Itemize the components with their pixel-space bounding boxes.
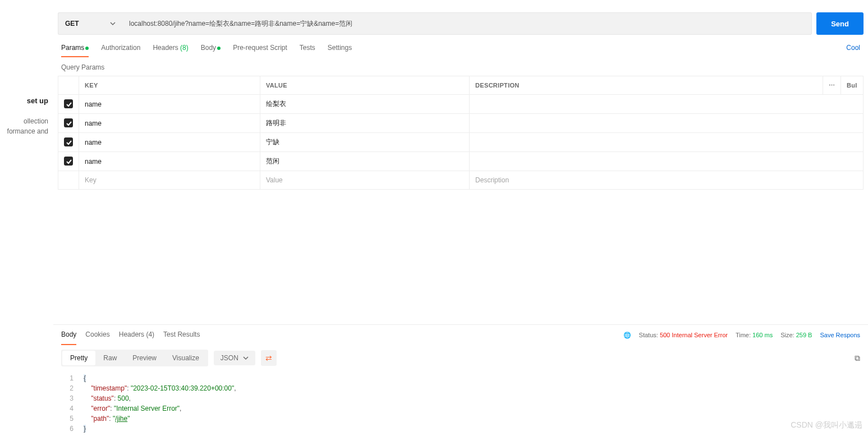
send-button[interactable]: Send <box>816 12 864 35</box>
resp-tab-tests[interactable]: Test Results <box>163 325 200 345</box>
param-desc-placeholder[interactable]: Description <box>470 171 864 190</box>
checkbox[interactable] <box>64 157 73 166</box>
tab-tests[interactable]: Tests <box>300 39 315 57</box>
tab-headers[interactable]: Headers (8) <box>153 39 188 57</box>
view-preview[interactable]: Preview <box>125 351 164 365</box>
param-desc[interactable] <box>470 114 864 133</box>
param-key[interactable]: name <box>79 152 260 171</box>
table-row: name绘梨衣 <box>58 95 864 114</box>
table-row: name路明非 <box>58 114 864 133</box>
sidebar-desc2: formance and <box>0 126 53 136</box>
resp-tab-headers[interactable]: Headers (4) <box>119 325 154 345</box>
param-value[interactable]: 宁缺 <box>260 133 469 152</box>
checkbox[interactable] <box>64 99 73 108</box>
sidebar-desc1: ollection <box>0 116 53 126</box>
method-select[interactable]: GET <box>58 12 122 35</box>
param-key[interactable]: name <box>79 95 260 114</box>
format-select[interactable]: JSON <box>214 351 255 365</box>
globe-icon: 🌐 <box>623 332 631 339</box>
param-desc[interactable] <box>470 133 864 152</box>
response-body[interactable]: 1{ 2 "timestamp": "2023-02-15T03:40:39.2… <box>53 371 868 436</box>
col-value: VALUE <box>260 76 469 95</box>
sidebar-title: set up <box>0 97 53 105</box>
more-icon[interactable]: ⋯ <box>823 76 841 95</box>
chevron-down-icon <box>110 21 116 26</box>
chevron-down-icon <box>243 355 249 361</box>
col-description: DESCRIPTION <box>470 76 823 95</box>
dot-icon <box>217 47 221 50</box>
copy-icon[interactable]: ⧉ <box>855 354 860 363</box>
param-value[interactable]: 范闲 <box>260 152 469 171</box>
bulk-edit[interactable]: Bul <box>841 76 864 95</box>
tab-prerequest[interactable]: Pre-request Script <box>233 39 287 57</box>
tab-params[interactable]: Params <box>61 39 89 57</box>
param-value-placeholder[interactable]: Value <box>260 171 469 190</box>
resp-tab-body[interactable]: Body <box>61 325 76 345</box>
table-row-placeholder[interactable]: KeyValueDescription <box>58 171 864 190</box>
view-visualize[interactable]: Visualize <box>164 351 207 365</box>
tab-body[interactable]: Body <box>201 39 221 57</box>
cookies-link[interactable]: Cool <box>846 39 860 57</box>
watermark: CSDN @我叫小邋遢 <box>791 420 862 430</box>
param-value[interactable]: 路明非 <box>260 114 469 133</box>
status-value: 500 Internal Server Error <box>660 332 728 338</box>
param-key-placeholder[interactable]: Key <box>79 171 260 190</box>
url-input[interactable]: localhost:8080/jihe?name=绘梨衣&name=路明非&na… <box>122 12 812 35</box>
method-label: GET <box>65 20 79 27</box>
table-row: name宁缺 <box>58 133 864 152</box>
wrap-lines-icon[interactable]: ⇄ <box>261 350 277 366</box>
tab-settings[interactable]: Settings <box>328 39 352 57</box>
time-value: 160 ms <box>752 332 773 338</box>
section-label: Query Params <box>53 58 868 76</box>
param-value[interactable]: 绘梨衣 <box>260 95 469 114</box>
checkbox[interactable] <box>64 118 73 127</box>
view-raw[interactable]: Raw <box>95 351 125 365</box>
param-key[interactable]: name <box>79 133 260 152</box>
sidebar-fragment: set up ollection formance and <box>0 0 53 436</box>
param-key[interactable]: name <box>79 114 260 133</box>
param-desc[interactable] <box>470 95 864 114</box>
resp-tab-cookies[interactable]: Cookies <box>85 325 109 345</box>
table-row: name范闲 <box>58 152 864 171</box>
col-key: KEY <box>79 76 260 95</box>
param-desc[interactable] <box>470 152 864 171</box>
params-table: KEY VALUE DESCRIPTION ⋯ Bul name绘梨衣name路… <box>58 76 864 190</box>
checkbox[interactable] <box>64 137 73 146</box>
view-pretty[interactable]: Pretty <box>62 351 95 365</box>
dot-icon <box>85 47 89 50</box>
size-value: 259 B <box>796 332 812 338</box>
tab-authorization[interactable]: Authorization <box>101 39 140 57</box>
save-response[interactable]: Save Respons <box>820 332 860 338</box>
